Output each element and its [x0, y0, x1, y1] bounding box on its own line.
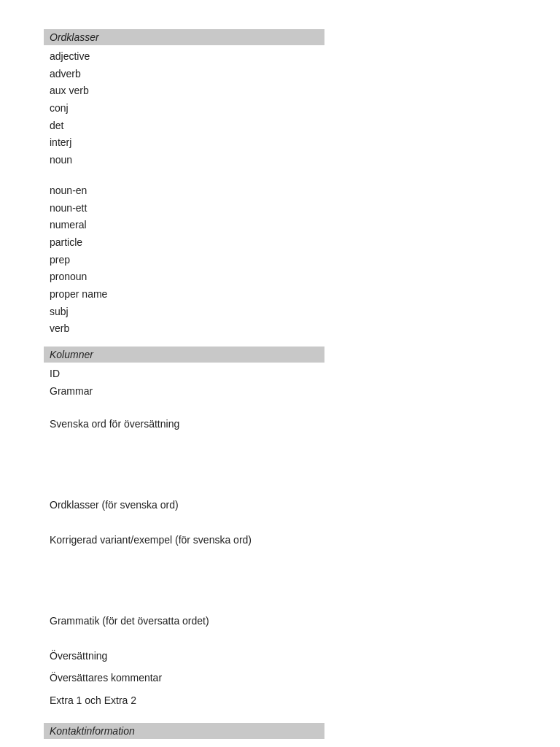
- large-spacer: [44, 551, 516, 610]
- oversattares-kommentar-text: Översättares kommentar: [44, 667, 516, 689]
- ordklasser-section: Ordklasser: [44, 29, 516, 45]
- spacer: [44, 169, 516, 182]
- list-item: adverb: [44, 66, 516, 83]
- list-item: numeral: [44, 217, 516, 234]
- list-item: conj: [44, 100, 516, 117]
- ordklasser-header: Ordklasser: [44, 29, 324, 45]
- list-item: adjective: [44, 48, 516, 66]
- list-item: proper name: [44, 286, 516, 303]
- spacer: [44, 516, 516, 529]
- svenska-ord-text: Svenska ord för översättning: [44, 413, 516, 435]
- extra-text: Extra 1 och Extra 2: [44, 689, 516, 711]
- list-item: noun: [44, 152, 516, 169]
- ordklasser-group1: adjective adverb aux verb conj det inter…: [44, 48, 516, 169]
- list-item: interj: [44, 134, 516, 152]
- spacer: [44, 400, 516, 413]
- list-item: subj: [44, 303, 516, 321]
- kolumner-list: ID Grammar: [44, 365, 516, 400]
- spacer: [44, 632, 516, 645]
- list-item: particle: [44, 234, 516, 252]
- middle-content: Ordklasser (för svenska ord) Korrigerad …: [44, 494, 516, 551]
- list-item: prep: [44, 252, 516, 269]
- oversattning-text: Översättning: [44, 645, 516, 667]
- page-container: Ordklasser adjective adverb aux verb con…: [0, 0, 560, 747]
- kontaktinformation-header: Kontaktinformation: [44, 723, 324, 739]
- kontaktinformation-section: Kontaktinformation: [44, 723, 516, 739]
- list-item: noun-ett: [44, 200, 516, 217]
- grammatik-text: Grammatik (för det översatta ordet): [44, 610, 516, 632]
- large-spacer: [44, 436, 516, 494]
- ordklasser-svenska-text: Ordklasser (för svenska ord): [44, 494, 516, 516]
- kolumner-header: Kolumner: [44, 347, 324, 363]
- list-item: ID: [44, 365, 516, 383]
- list-item: pronoun: [44, 268, 516, 286]
- list-item: aux verb: [44, 82, 516, 100]
- kolumner-section: Kolumner: [44, 347, 516, 363]
- lower-content: Grammatik (för det översatta ordet) Över…: [44, 610, 516, 712]
- korrigerad-text: Korrigerad variant/exempel (för svenska …: [44, 529, 516, 551]
- list-item: det: [44, 117, 516, 135]
- list-item: Grammar: [44, 383, 516, 400]
- ordklasser-group2: noun-en noun-ett numeral particle prep p…: [44, 182, 516, 338]
- list-item: verb: [44, 320, 516, 338]
- list-item: noun-en: [44, 182, 516, 200]
